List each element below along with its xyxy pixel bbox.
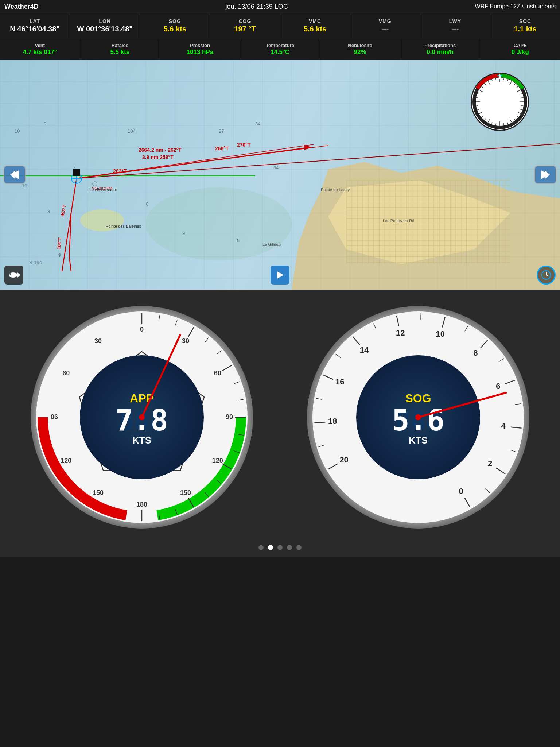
map-area <box>0 60 560 290</box>
page-dot-1[interactable] <box>268 545 273 550</box>
inst-cell-sog: SOG5.6 kts <box>140 13 210 38</box>
nav-forward-button[interactable] <box>534 166 556 184</box>
play-button[interactable] <box>271 266 289 285</box>
inst-cell-lon: LONW 001°36'13.48" <box>70 13 140 38</box>
gauges-row <box>7 301 553 534</box>
nav-back-button[interactable] <box>4 166 26 184</box>
app-name: Weather4D <box>4 3 39 11</box>
svg-marker-3 <box>545 170 550 179</box>
source: WRF Europe 12Z \ Instruments <box>475 3 556 10</box>
inst-cell-soc: SOC1.1 kts <box>490 13 560 38</box>
page-dot-2[interactable] <box>277 545 283 550</box>
inst-cell-vmg: VMG--- <box>350 13 420 38</box>
clock-icon[interactable] <box>537 266 556 285</box>
svg-marker-4 <box>277 271 284 279</box>
app-gauge <box>25 301 258 534</box>
top-bar: Weather4D jeu. 13/06 21:39 LOC WRF Europ… <box>0 0 560 13</box>
instrument-row-1: LATN 46°16'04.38"LONW 001°36'13.48"SOG5.… <box>0 13 560 38</box>
inst2-cell-pression: Pression1013 hPa <box>160 38 240 60</box>
svg-line-10 <box>546 275 548 276</box>
inst2-cell-cape: CAPE0 J/kg <box>480 38 560 60</box>
datetime: jeu. 13/06 21:39 LOC <box>226 3 288 11</box>
compass-rose <box>469 71 531 133</box>
sog-gauge <box>302 301 535 534</box>
inst2-cell-rafales: Rafales5.5 kts <box>80 38 160 60</box>
svg-marker-6 <box>18 272 20 278</box>
inst-cell-cog: COG197 °T <box>210 13 280 38</box>
inst-cell-lwy: LWY--- <box>420 13 490 38</box>
svg-marker-1 <box>10 170 15 179</box>
svg-point-7 <box>9 273 11 275</box>
inst2-cell-temprature: Température14.5°C <box>240 38 320 60</box>
inst-cell-vmc: VMC5.6 kts <box>280 13 350 38</box>
page-dots <box>258 545 302 550</box>
fish-icon[interactable] <box>4 266 23 285</box>
inst2-cell-nbulosit: Nébulosité92% <box>320 38 400 60</box>
instrument-row-2: Vent4.7 kts 017°Rafales5.5 ktsPression10… <box>0 38 560 60</box>
page-dot-3[interactable] <box>287 545 292 550</box>
page-dot-4[interactable] <box>296 545 302 550</box>
inst-cell-lat: LATN 46°16'04.38" <box>0 13 70 38</box>
instruments-panel <box>0 290 560 557</box>
page-dot-0[interactable] <box>258 545 264 550</box>
inst2-cell-vent: Vent4.7 kts 017° <box>0 38 80 60</box>
inst2-cell-prcipitations: Précipitations0.0 mm/h <box>400 38 481 60</box>
